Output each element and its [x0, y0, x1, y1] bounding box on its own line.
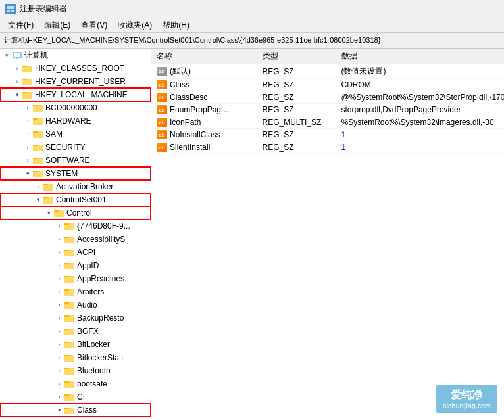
expand-btn[interactable]: ›	[12, 76, 22, 87]
svg-rect-64	[64, 408, 69, 409]
folder-icon	[54, 208, 64, 218]
cell-type: REG_SZ	[257, 64, 336, 79]
expand-btn[interactable]: ›	[54, 379, 64, 389]
tree-item-bluetooth[interactable]: ›Bluetooth	[0, 364, 151, 377]
expand-btn[interactable]: ›	[22, 129, 33, 139]
tree-item-bgfx[interactable]: ›BGFX	[0, 325, 151, 338]
cell-name: abNoInstallClass	[151, 129, 257, 141]
menu-item-收藏夹a[interactable]: 收藏夹(A)	[113, 18, 157, 32]
tree-item-bitlockerstati[interactable]: ›BitlockerStati	[0, 351, 151, 364]
svg-rect-26	[33, 172, 43, 177]
tree-item-security[interactable]: ›SECURITY	[0, 141, 151, 154]
expand-btn[interactable]: ▾	[33, 195, 43, 205]
cell-type: REG_SZ	[257, 91, 336, 104]
expand-btn[interactable]: ›	[22, 142, 33, 152]
folder-icon	[64, 327, 75, 336]
tree-item-backupresto[interactable]: ›BackupResto	[0, 312, 151, 325]
menu-bar: 文件(F)编辑(E)查看(V)收藏夹(A)帮助(H)	[0, 18, 504, 33]
folder-icon	[64, 274, 75, 283]
tree-item-guid7746[interactable]: ›{7746D80F-9...	[0, 220, 151, 233]
folder-icon	[64, 379, 75, 388]
menu-item-编辑e[interactable]: 编辑(E)	[39, 18, 76, 32]
tree-item-class[interactable]: ▾Class	[0, 404, 151, 417]
table-row[interactable]: abClassREG_SZCDROM	[151, 79, 504, 91]
table-row[interactable]: abClassDescREG_SZ@%SystemRoot%\System32\…	[151, 91, 504, 104]
svg-rect-40	[64, 250, 69, 251]
expand-btn[interactable]: ›	[54, 313, 64, 323]
tree-label: HKEY_LOCAL_MACHINE	[35, 90, 128, 99]
tree-item-arbiters[interactable]: ›Arbiters	[0, 285, 151, 298]
folder-icon	[64, 248, 75, 257]
title-bar: 注册表编辑器	[0, 0, 504, 18]
svg-rect-44	[64, 276, 69, 277]
right-panel[interactable]: 名称 类型 数据 ab(默认)REG_SZ(数值未设置)abClassREG_S…	[151, 49, 504, 420]
table-row[interactable]: abEnumPropPag...REG_SZstorprop.dll,DvdPr…	[151, 104, 504, 116]
expand-btn[interactable]: ›	[54, 392, 64, 402]
tree-item-audio[interactable]: ›Audio	[0, 298, 151, 312]
tree-item-bitlocker[interactable]: ›BitLocker	[0, 338, 151, 351]
expand-btn[interactable]: ›	[22, 116, 33, 126]
tree-item-controlset001[interactable]: ▾ControlSet001	[0, 193, 151, 206]
expand-btn[interactable]: ›	[54, 326, 64, 337]
expand-btn[interactable]: ›	[54, 339, 64, 350]
tree-label: Arbiters	[77, 287, 104, 296]
tree-item-bcd[interactable]: ›BCD00000000	[0, 101, 151, 114]
menu-item-帮助h[interactable]: 帮助(H)	[157, 18, 195, 32]
tree-item-appid[interactable]: ›AppID	[0, 259, 151, 272]
app-title: 注册表编辑器	[20, 3, 67, 14]
cell-data: 1	[336, 141, 504, 154]
svg-rect-52	[64, 329, 69, 330]
tree-item-hkcr[interactable]: ›HKEY_CLASSES_ROOT	[0, 62, 151, 75]
expand-btn[interactable]: ›	[54, 234, 64, 245]
table-row[interactable]: abIconPathREG_MULTI_SZ%SystemRoot%\Syste…	[151, 116, 504, 129]
tree-item-hkcu[interactable]: ›HKEY_CURRENT_USER	[0, 75, 151, 88]
expand-btn[interactable]: ›	[54, 221, 64, 231]
tree-item-ci[interactable]: ›CI	[0, 390, 151, 404]
expand-btn[interactable]: ›	[54, 287, 64, 297]
menu-item-查看v[interactable]: 查看(V)	[76, 18, 113, 32]
table-row[interactable]: abSilentInstallREG_SZ1	[151, 141, 504, 154]
expand-btn[interactable]: ▾	[54, 405, 64, 415]
expand-btn[interactable]: ▾	[22, 168, 33, 179]
expand-btn[interactable]: ›	[22, 103, 33, 113]
expand-btn[interactable]: ›	[54, 365, 64, 376]
expand-btn[interactable]: ▾	[12, 89, 22, 100]
tree-label: BitLocker	[77, 340, 110, 349]
tree-item-hklm[interactable]: ▾HKEY_LOCAL_MACHINE	[0, 88, 151, 101]
tree-item-accessibilitys[interactable]: ›AccessibilityS	[0, 233, 151, 246]
tree-panel[interactable]: ▾计算机›HKEY_CLASSES_ROOT›HKEY_CURRENT_USER…	[0, 49, 151, 420]
table-row[interactable]: ab(默认)REG_SZ(数值未设置)	[151, 64, 504, 79]
svg-rect-13	[22, 93, 32, 99]
table-header-row: 名称 类型 数据	[151, 49, 504, 64]
tree-item-hardware[interactable]: ›HARDWARE	[0, 114, 151, 128]
tree-item-acpi[interactable]: ›ACPI	[0, 246, 151, 259]
tree-item-appreadines[interactable]: ›AppReadines	[0, 272, 151, 285]
tree-label: Control	[66, 208, 92, 218]
tree-item-system[interactable]: ▾SYSTEM	[0, 167, 151, 180]
tree-item-sam[interactable]: ›SAM	[0, 128, 151, 141]
expand-btn[interactable]: ›	[54, 273, 64, 284]
expand-btn[interactable]: ›	[54, 260, 64, 271]
expand-btn[interactable]: ›	[12, 63, 22, 74]
expand-btn[interactable]: ›	[54, 300, 64, 310]
expand-btn[interactable]: ▾	[43, 208, 54, 218]
folder-icon	[33, 169, 43, 178]
cell-data: 1	[336, 129, 504, 141]
table-row[interactable]: abNoInstallClassREG_SZ1	[151, 129, 504, 141]
tree-item-activationbroker[interactable]: ›ActivationBroker	[0, 180, 151, 193]
expand-btn[interactable]: ›	[22, 155, 33, 166]
folder-icon	[22, 64, 33, 73]
tree-label: Audio	[77, 300, 97, 310]
tree-item-bootsafe[interactable]: ›bootsafe	[0, 377, 151, 390]
tree-item-software[interactable]: ›SOFTWARE	[0, 154, 151, 167]
folder-icon	[12, 51, 22, 60]
svg-rect-50	[64, 315, 69, 317]
expand-btn[interactable]: ›	[33, 181, 43, 192]
folder-icon	[33, 129, 43, 139]
expand-btn[interactable]: ▾	[1, 50, 12, 60]
tree-item-control[interactable]: ▾Control	[0, 206, 151, 220]
tree-item-computer[interactable]: ▾计算机	[0, 49, 151, 62]
expand-btn[interactable]: ›	[54, 352, 64, 363]
menu-item-文件f[interactable]: 文件(F)	[3, 18, 39, 32]
expand-btn[interactable]: ›	[54, 247, 64, 258]
